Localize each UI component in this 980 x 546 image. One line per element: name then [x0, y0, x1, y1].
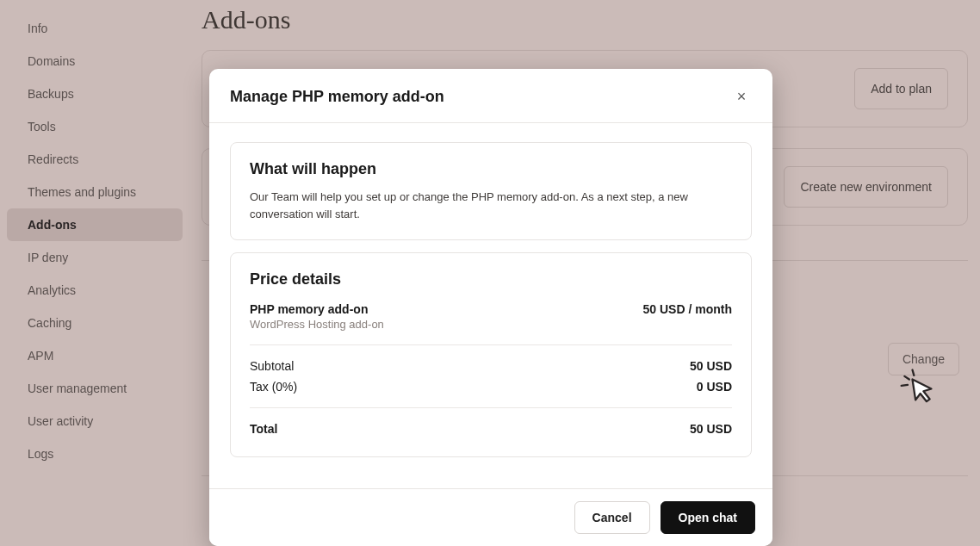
sidebar-item-backups[interactable]: Backups: [7, 78, 183, 110]
sidebar-item-info[interactable]: Info: [7, 12, 183, 45]
add-to-plan-button[interactable]: Add to plan: [854, 68, 948, 109]
modal-title: Manage PHP memory add-on: [230, 88, 444, 106]
price-divider-2: [250, 407, 732, 408]
subtotal-label: Subtotal: [250, 359, 294, 373]
tax-value: 0 USD: [697, 380, 732, 394]
what-will-happen-title: What will happen: [250, 160, 732, 178]
cancel-button[interactable]: Cancel: [574, 501, 650, 534]
change-block: Change: [888, 343, 959, 375]
manage-addon-modal: Manage PHP memory add-on × What will hap…: [209, 69, 772, 546]
what-will-happen-desc: Our Team will help you set up or change …: [250, 189, 732, 222]
what-will-happen-card: What will happen Our Team will help you …: [230, 142, 752, 240]
tax-row: Tax (0%) 0 USD: [250, 376, 732, 397]
price-details-card: Price details PHP memory add-on WordPres…: [230, 252, 752, 457]
modal-header: Manage PHP memory add-on ×: [209, 69, 772, 123]
sidebar-item-redirects[interactable]: Redirects: [7, 143, 183, 176]
tax-label: Tax (0%): [250, 380, 297, 394]
sidebar-item-user-activity[interactable]: User activity: [7, 405, 183, 437]
sidebar-item-domains[interactable]: Domains: [7, 45, 183, 78]
sidebar-item-addons[interactable]: Add-ons: [7, 208, 183, 241]
total-label: Total: [250, 422, 277, 436]
page-title: Add-ons: [202, 0, 968, 50]
price-details-title: Price details: [250, 270, 732, 289]
sidebar-item-user-management[interactable]: User management: [7, 372, 183, 405]
sidebar-item-tools[interactable]: Tools: [7, 110, 183, 143]
total-value: 50 USD: [690, 422, 732, 436]
sidebar-item-ip-deny[interactable]: IP deny: [7, 241, 183, 274]
sidebar-item-apm[interactable]: APM: [7, 339, 183, 372]
open-chat-button[interactable]: Open chat: [661, 501, 755, 534]
cursor-click-icon: [898, 365, 936, 403]
subtotal-row: Subtotal 50 USD: [250, 356, 732, 376]
modal-body: What will happen Our Team will help you …: [209, 123, 772, 488]
subtotal-value: 50 USD: [690, 359, 732, 373]
svg-line-0: [904, 376, 909, 380]
price-item-sub: WordPress Hosting add-on: [250, 318, 384, 331]
modal-footer: Cancel Open chat: [209, 488, 772, 546]
price-item-name: PHP memory add-on: [250, 302, 384, 316]
close-icon: ×: [737, 88, 747, 105]
price-item-row: PHP memory add-on WordPress Hosting add-…: [250, 299, 732, 334]
sidebar-item-logs[interactable]: Logs: [7, 437, 183, 470]
total-row: Total 50 USD: [250, 419, 732, 439]
price-divider-1: [250, 344, 732, 345]
sidebar-item-themes-plugins[interactable]: Themes and plugins: [7, 176, 183, 208]
svg-line-1: [912, 370, 914, 375]
create-env-button[interactable]: Create new environment: [784, 166, 948, 208]
svg-line-2: [902, 385, 908, 386]
sidebar-item-caching[interactable]: Caching: [7, 307, 183, 339]
modal-close-button[interactable]: ×: [731, 86, 752, 107]
price-item-value: 50 USD / month: [643, 302, 732, 316]
sidebar-item-analytics[interactable]: Analytics: [7, 274, 183, 307]
sidebar: Info Domains Backups Tools Redirects The…: [0, 0, 189, 546]
